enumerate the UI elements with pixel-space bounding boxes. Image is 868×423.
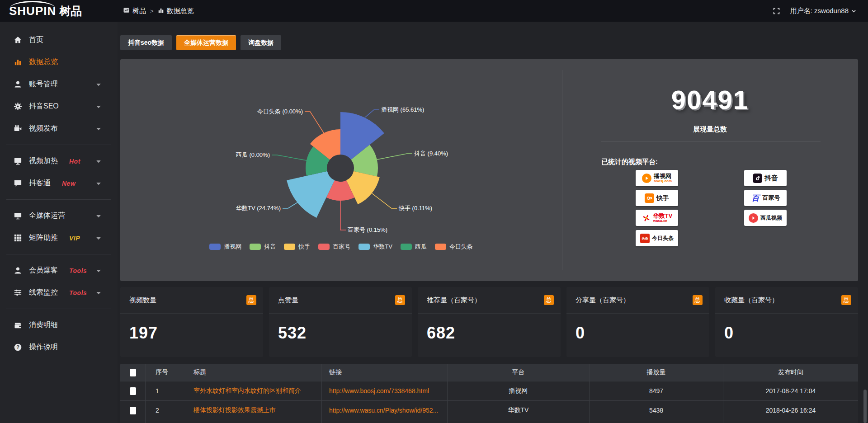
legend-item-今日头条[interactable]: 今日头条 — [435, 243, 473, 251]
row-checkbox[interactable] — [130, 387, 136, 395]
video-title — [186, 420, 322, 423]
stat-card-title: 推荐量（百家号） — [427, 296, 481, 305]
legend-item-快手[interactable]: 快手 — [284, 243, 310, 251]
pie-slice-华数TV[interactable] — [287, 171, 335, 218]
legend-item-抖音[interactable]: 抖音 — [250, 243, 276, 251]
legend-swatch — [435, 244, 446, 250]
stat-card-value: 0 — [566, 314, 709, 343]
sidebar-item-user2[interactable]: 会员爆客 Tools — [0, 259, 118, 282]
sidebar-item-label: 消费明细 — [29, 320, 58, 330]
total-badge: 总 — [246, 295, 256, 305]
data-tabs: 抖音seo数据全媒体运营数据询盘数据 — [120, 35, 281, 50]
monitor-icon — [14, 212, 22, 220]
sidebar-item-badge: VIP — [69, 235, 80, 242]
legend-label: 百家号 — [333, 243, 350, 251]
chat-icon — [14, 179, 22, 188]
table-row[interactable]: 1室外水纹灯和室内水纹灯的区别和简介http://www.boosj.com/7… — [120, 381, 858, 400]
page-scrollbar-thumb[interactable] — [863, 390, 867, 423]
sidebar-item-home[interactable]: 首页 — [0, 29, 118, 51]
video-link: http://www.boosj.com/7338468.html — [322, 381, 448, 400]
breadcrumb-separator: > — [150, 8, 154, 14]
sidebar-item-label: 首页 — [29, 35, 43, 45]
stat-card-title: 点赞量 — [278, 296, 298, 305]
sidebar-item-badge: New — [62, 180, 75, 187]
divider — [601, 141, 821, 141]
pie-label-line — [372, 193, 397, 208]
platform-logo-toutiao: 头条今日头条 — [636, 230, 678, 246]
legend-item-华数TV[interactable]: 华数TV — [359, 243, 392, 251]
pie-label-line — [283, 202, 297, 208]
legend-label: 快手 — [298, 243, 310, 251]
row-index: 2 — [146, 401, 186, 420]
fullscreen-icon[interactable] — [773, 7, 780, 15]
legend-item-百家号[interactable]: 百家号 — [318, 243, 350, 251]
platform-logo-boosj: 播视网boosj.com — [636, 170, 678, 186]
chevron-down-icon — [96, 126, 101, 132]
tab-全媒体运营数据[interactable]: 全媒体运营数据 — [176, 35, 236, 50]
sidebar-item-label: 线索监控 — [29, 288, 58, 297]
video-plays — [590, 420, 723, 423]
sidebar-divider — [6, 145, 111, 145]
sidebar-item-chat[interactable]: 抖客通 New — [0, 172, 118, 194]
pie-label: 百家号 (0.15%) — [348, 226, 387, 233]
sidebar-item-gear[interactable]: 抖音SEO — [0, 95, 118, 118]
sidebar-item-question[interactable]: ? 操作说明 — [0, 336, 118, 358]
video-published: 2017-08-24 17:04 — [723, 381, 858, 400]
legend-label: 播视网 — [224, 243, 241, 251]
chevron-down-icon — [96, 235, 101, 241]
video-link-anchor[interactable]: http://www.boosj.com/7338468.html — [329, 387, 429, 395]
logo-text-en: SHUPIN — [9, 5, 56, 17]
row-checkbox[interactable] — [130, 407, 136, 414]
chevron-down-icon — [96, 82, 101, 87]
app-root: SHUPIN 树品 树品 > 数据总览 用户名: zswodun88 — [0, 0, 868, 423]
pie-label: 播视网 (65.61%) — [381, 106, 424, 113]
home-icon — [14, 36, 22, 44]
stat-card-value: 532 — [269, 314, 412, 343]
video-plays: 8497 — [590, 381, 723, 400]
sidebar-item-wallet[interactable]: 消费明细 — [0, 314, 118, 336]
breadcrumb-home[interactable]: 树品 — [123, 7, 146, 15]
video-link-anchor[interactable]: http://www.wasu.cn/Play/show/id/952... — [329, 407, 438, 414]
sidebar-item-badge: Tools — [69, 267, 87, 274]
panel-icon — [123, 7, 130, 15]
legend-item-播视网[interactable]: 播视网 — [209, 243, 241, 251]
video-title[interactable]: 室外水纹灯和室内水纹灯的区别和简介 — [186, 381, 322, 400]
row-checkbox-cell — [120, 381, 146, 400]
sidebar-divider — [6, 309, 111, 309]
sidebar-item-monitor[interactable]: 全媒体运营 — [0, 205, 118, 227]
sidebar-item-sliders[interactable]: 线索监控 Tools — [0, 282, 118, 304]
select-all-checkbox[interactable] — [130, 369, 136, 376]
tab-询盘数据[interactable]: 询盘数据 — [241, 35, 281, 50]
legend-item-西瓜[interactable]: 西瓜 — [401, 243, 427, 251]
user-menu[interactable]: 用户名: zswodun88 — [790, 7, 856, 15]
stat-card-value: 197 — [120, 314, 263, 343]
col-header-published: 发布时间 — [723, 364, 858, 381]
gear-icon — [14, 102, 22, 111]
pie-label: 今日头条 (0.00%) — [257, 108, 303, 115]
row-checkbox-cell — [120, 420, 146, 423]
svg-text:?: ? — [16, 344, 19, 350]
total-badge: 总 — [841, 295, 851, 305]
username-label: 用户名: zswodun88 — [790, 7, 849, 15]
table-row[interactable]: 2楼体投影灯投影效果震撼上市http://www.wasu.cn/Play/sh… — [120, 400, 858, 420]
user2-icon — [14, 266, 22, 275]
sidebar-item-user[interactable]: 账号管理 — [0, 73, 118, 95]
legend-label: 抖音 — [264, 243, 276, 251]
chevron-down-icon — [96, 290, 101, 296]
sidebar-item-chart[interactable]: 数据总览 — [0, 51, 118, 73]
select-all-checkbox-cell — [120, 364, 146, 381]
legend-swatch — [359, 244, 370, 250]
tab-抖音seo数据[interactable]: 抖音seo数据 — [120, 35, 172, 50]
breadcrumb-current[interactable]: 数据总览 — [158, 7, 194, 15]
chevron-down-icon — [96, 159, 101, 164]
impressions-total-label: 展现量总数 — [562, 125, 858, 134]
sidebar-item-grid[interactable]: 矩阵助推 VIP — [0, 227, 118, 249]
topbar: SHUPIN 树品 树品 > 数据总览 用户名: zswodun88 — [0, 0, 868, 22]
total-badge: 总 — [395, 295, 405, 305]
video-title[interactable]: 楼体投影灯投影效果震撼上市 — [186, 401, 322, 420]
stat-card-title: 视频数量 — [129, 296, 156, 305]
bar-chart-icon — [158, 7, 164, 15]
sidebar-item-screen[interactable]: 视频加热 Hot — [0, 150, 118, 172]
sidebar-item-video[interactable]: 视频发布 — [0, 118, 118, 140]
platform-logo-kuaishou: 快手 — [636, 190, 678, 206]
